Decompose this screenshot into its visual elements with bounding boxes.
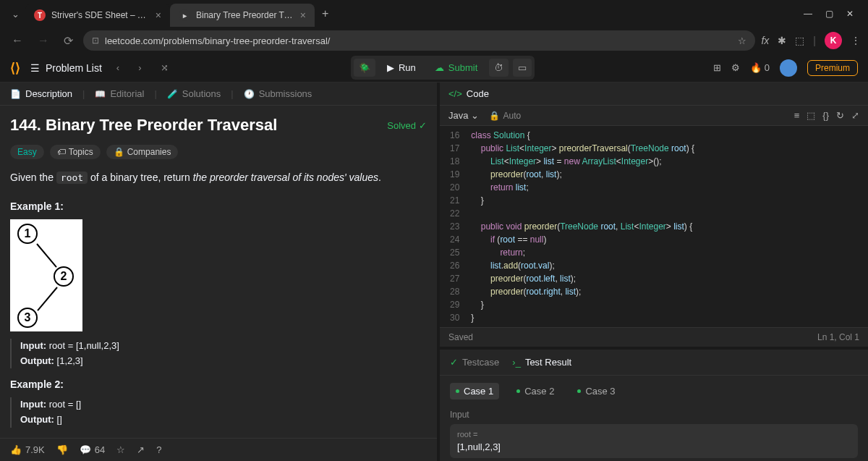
code-header: </> Code <box>440 83 868 106</box>
pass-dot-icon <box>456 389 459 393</box>
code-toolbar: Java ⌄ 🔒 Auto ≡ ⬚ {} ↻ ⤢ <box>440 106 868 126</box>
submit-button[interactable]: ☁ Submit <box>427 59 485 76</box>
code-editor[interactable]: 161718192021222324252627282930 class Sol… <box>440 126 868 327</box>
extension-icon[interactable]: ✱ <box>778 35 786 46</box>
tab-solutions[interactable]: 🧪 Solutions <box>167 88 221 99</box>
browser-tab-2[interactable]: ▸ Binary Tree Preorder Traversal - × <box>170 4 315 27</box>
run-button[interactable]: ▶ Run <box>380 59 423 76</box>
tab-menu-chevron[interactable]: ⌄ <box>6 9 25 20</box>
shuffle-button[interactable]: ⤨ <box>156 62 173 73</box>
test-body: Input root = [1,null,2,3] Output [1,2,3] <box>440 407 868 461</box>
code-lines: class Solution { public List<Integer> pr… <box>465 126 868 327</box>
main-content: 📄 Description | 📖 Editorial | 🧪 Solution… <box>0 83 868 461</box>
like-button[interactable]: 👍7.9K <box>10 444 45 455</box>
next-problem-button[interactable]: › <box>134 62 145 73</box>
toolbar-right: ⊞ ⚙ 🔥 0 Premium <box>713 59 858 77</box>
code-status-bar: Saved Ln 1, Col 1 <box>440 327 868 347</box>
case-2-tab[interactable]: Case 2 <box>511 383 560 399</box>
premium-button[interactable]: Premium <box>807 60 858 76</box>
submissions-icon: 🕐 <box>244 89 255 99</box>
line-gutter: 161718192021222324252627282930 <box>440 126 465 327</box>
check-icon: ✓ <box>419 120 427 131</box>
tab-testcase[interactable]: ✓ Testcase <box>450 357 499 368</box>
cursor-position: Ln 1, Col 1 <box>817 332 859 342</box>
debug-button[interactable]: 🪲 <box>354 59 375 77</box>
window-controls: — ▢ ✕ <box>795 9 862 19</box>
profile-avatar[interactable]: K <box>825 32 842 49</box>
comments-button[interactable]: 💬64 <box>80 444 105 455</box>
maximize-icon[interactable]: ▢ <box>825 9 833 19</box>
thumbs-up-icon: 👍 <box>10 444 22 455</box>
check-icon: ✓ <box>450 357 458 368</box>
notes-button[interactable]: ▭ <box>513 59 532 77</box>
dashboard-icon[interactable]: ⊞ <box>713 62 721 73</box>
url-input[interactable]: ⊡ leetcode.com/problems/binary-tree-preo… <box>83 30 755 51</box>
minimize-icon[interactable]: — <box>804 9 812 19</box>
settings-icon[interactable]: ⚙ <box>731 62 740 73</box>
save-status: Saved <box>448 332 473 342</box>
forward-button[interactable]: → <box>33 34 54 47</box>
list-icon: ☰ <box>30 62 40 74</box>
solved-badge: Solved ✓ <box>387 120 427 131</box>
problem-list-button[interactable]: ☰ Problem List <box>30 62 102 74</box>
tab-editorial[interactable]: 📖 Editorial <box>95 88 144 99</box>
dislike-button[interactable]: 👎 <box>56 444 68 455</box>
code-icon: </> <box>448 88 462 99</box>
star-button[interactable]: ☆ <box>116 444 125 455</box>
tab-test-result[interactable]: ›_ Test Result <box>512 357 571 368</box>
new-tab-button[interactable]: + <box>315 7 336 20</box>
back-button[interactable]: ← <box>7 34 27 47</box>
case-3-tab[interactable]: Case 3 <box>571 383 621 399</box>
url-text: leetcode.com/problems/binary-tree-preord… <box>105 35 732 46</box>
reload-button[interactable]: ⟳ <box>59 34 77 48</box>
share-icon: ↗ <box>137 444 145 455</box>
test-tabs: ✓ Testcase ›_ Test Result <box>440 350 868 376</box>
tab-description[interactable]: 📄 Description <box>10 88 72 99</box>
share-button[interactable]: ↗ <box>137 444 145 455</box>
menu-icon[interactable]: ⋮ <box>851 35 861 46</box>
example-2-heading: Example 2: <box>10 378 427 390</box>
leetcode-logo-icon[interactable]: ⟨⟩ <box>10 60 20 76</box>
tab-submissions[interactable]: 🕐 Submissions <box>244 88 312 99</box>
code-section: </> Code Java ⌄ 🔒 Auto ≡ ⬚ { <box>440 83 868 350</box>
prev-problem-button[interactable]: ‹ <box>112 62 124 73</box>
problem-title: 144. Binary Tree Preorder Traversal <box>10 116 277 135</box>
case-1-tab[interactable]: Case 1 <box>450 383 499 399</box>
reset-icon[interactable]: ↻ <box>836 110 844 121</box>
companies-tag[interactable]: 🔒Companies <box>106 145 179 159</box>
browser-urlbar: ← → ⟳ ⊡ leetcode.com/problems/binary-tre… <box>0 28 868 54</box>
problem-bottom-bar: 👍7.9K 👎 💬64 ☆ ↗ ? <box>0 438 437 461</box>
user-avatar[interactable] <box>780 59 797 77</box>
editorial-icon: 📖 <box>95 89 106 99</box>
close-icon[interactable]: × <box>300 9 306 21</box>
close-icon[interactable]: ✕ <box>846 9 854 19</box>
tab-title: Striver's SDE Sheet – Top Codin <box>51 10 150 20</box>
site-info-icon[interactable]: ⊡ <box>92 35 99 46</box>
topics-tag[interactable]: 🏷Topics <box>50 145 101 159</box>
browser-tab-1[interactable]: T Striver's SDE Sheet – Top Codin × <box>25 4 170 27</box>
close-icon[interactable]: × <box>156 9 161 21</box>
language-selector[interactable]: Java ⌄ <box>448 110 479 121</box>
browser-titlebar: ⌄ T Striver's SDE Sheet – Top Codin × ▸ … <box>0 0 868 28</box>
autocomplete-toggle[interactable]: 🔒 Auto <box>489 111 521 121</box>
favicon-icon: T <box>34 9 46 21</box>
fullscreen-icon[interactable]: ⤢ <box>851 110 859 121</box>
chevron-down-icon: ⌄ <box>471 110 479 121</box>
toolbar-left: ⟨⟩ ☰ Problem List ‹ › ⤨ <box>10 60 173 76</box>
timer-button[interactable]: ⏱ <box>489 59 509 77</box>
terminal-icon: ›_ <box>512 357 521 368</box>
fx-icon[interactable]: fx <box>761 35 769 46</box>
test-cases-row: Case 1 Case 2 Case 3 <box>440 376 868 407</box>
tag-icon: 🏷 <box>57 147 66 157</box>
difficulty-tag[interactable]: Easy <box>10 145 44 159</box>
lock-icon: 🔒 <box>489 111 500 121</box>
streak-counter[interactable]: 🔥 0 <box>750 62 770 73</box>
bookmark-icon[interactable]: ⬚ <box>807 110 815 121</box>
star-icon[interactable]: ☆ <box>738 35 746 46</box>
braces-icon[interactable]: {} <box>822 110 829 121</box>
leetcode-toolbar: ⟨⟩ ☰ Problem List ‹ › ⤨ 🪲 ▶ Run ☁ Submit… <box>0 54 868 83</box>
extensions-icon[interactable]: ⬚ <box>795 35 804 46</box>
format-icon[interactable]: ≡ <box>794 110 800 121</box>
feedback-button[interactable]: ? <box>156 444 161 455</box>
description-icon: 📄 <box>10 89 21 99</box>
